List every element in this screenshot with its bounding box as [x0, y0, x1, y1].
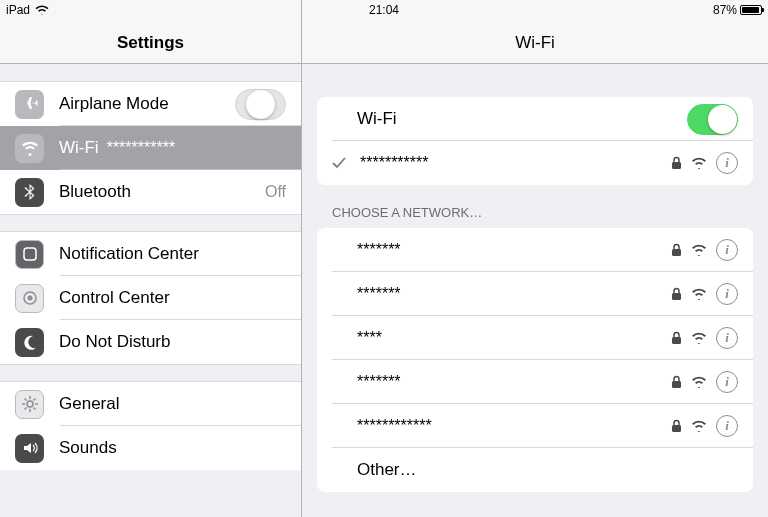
svg-rect-16 — [672, 381, 681, 388]
svg-rect-14 — [672, 293, 681, 300]
info-button[interactable]: i — [716, 371, 738, 393]
network-row[interactable]: ******* i — [317, 272, 753, 316]
airplane-icon — [15, 90, 44, 119]
other-network-row[interactable]: Other… — [317, 448, 753, 492]
bluetooth-value: Off — [265, 183, 286, 201]
network-name: **** — [357, 329, 382, 347]
lock-icon — [671, 156, 682, 170]
svg-point-2 — [27, 296, 32, 301]
network-name: ******* — [357, 373, 401, 391]
info-button[interactable]: i — [716, 239, 738, 261]
choose-network-header: Choose a Network… — [302, 185, 768, 228]
network-name: ******* — [357, 285, 401, 303]
svg-rect-17 — [672, 425, 681, 432]
gear-icon — [15, 390, 44, 419]
networks-card: ******* i ******* i — [317, 228, 753, 492]
wifi-signal-icon — [691, 288, 707, 300]
info-button[interactable]: i — [716, 327, 738, 349]
svg-rect-15 — [672, 337, 681, 344]
battery-icon — [740, 5, 762, 15]
sidebar-item-label: Bluetooth — [59, 182, 131, 202]
sidebar-item-wifi[interactable]: Wi-Fi *********** — [0, 126, 301, 170]
network-row[interactable]: **** i — [317, 316, 753, 360]
sidebar-item-label: Notification Center — [59, 244, 199, 264]
other-label: Other… — [357, 460, 417, 480]
wifi-signal-icon — [691, 332, 707, 344]
lock-icon — [671, 331, 682, 345]
lock-icon — [671, 243, 682, 257]
wifi-signal-icon — [691, 376, 707, 388]
network-row[interactable]: ******* i — [317, 360, 753, 404]
sidebar-item-label: Do Not Disturb — [59, 332, 170, 352]
wifi-signal-icon — [691, 420, 707, 432]
svg-line-8 — [24, 399, 26, 401]
sidebar-wifi-network: *********** — [107, 139, 176, 157]
network-row[interactable]: ************ i — [317, 404, 753, 448]
lock-icon — [671, 419, 682, 433]
detail-pane: Wi-Fi Wi-Fi *********** i Choos — [302, 0, 768, 517]
wifi-main-label: Wi-Fi — [357, 109, 397, 129]
sidebar-item-do-not-disturb[interactable]: Do Not Disturb — [0, 320, 301, 364]
network-name: ******* — [357, 241, 401, 259]
network-name: ************ — [357, 417, 432, 435]
sidebar-item-control-center[interactable]: Control Center — [0, 276, 301, 320]
svg-rect-12 — [672, 162, 681, 169]
info-button[interactable]: i — [716, 415, 738, 437]
svg-rect-0 — [24, 248, 36, 260]
svg-point-3 — [27, 401, 33, 407]
wifi-toggle[interactable] — [687, 104, 738, 135]
wifi-signal-icon — [691, 244, 707, 256]
sidebar-item-label: Control Center — [59, 288, 170, 308]
settings-sidebar: Settings Airplane Mode Wi-Fi ***********… — [0, 0, 302, 517]
speaker-icon — [15, 434, 44, 463]
lock-icon — [671, 287, 682, 301]
sidebar-item-bluetooth[interactable]: Bluetooth Off — [0, 170, 301, 214]
status-bar: iPad 21:04 87% — [0, 0, 768, 20]
sidebar-item-general[interactable]: General — [0, 382, 301, 426]
wifi-signal-icon — [691, 157, 707, 169]
network-row[interactable]: ******* i — [317, 228, 753, 272]
control-center-icon — [15, 284, 44, 313]
svg-line-11 — [24, 408, 26, 410]
svg-rect-13 — [672, 249, 681, 256]
bluetooth-icon — [15, 178, 44, 207]
info-button[interactable]: i — [716, 152, 738, 174]
airplane-toggle[interactable] — [235, 89, 286, 120]
sidebar-item-label: Airplane Mode — [59, 94, 169, 114]
sidebar-item-label: General — [59, 394, 119, 414]
moon-icon — [15, 328, 44, 357]
notification-icon — [15, 240, 44, 269]
sidebar-item-label: Wi-Fi — [59, 138, 99, 158]
info-button[interactable]: i — [716, 283, 738, 305]
wifi-toggle-row[interactable]: Wi-Fi — [317, 97, 753, 141]
wifi-main-card: Wi-Fi *********** i — [317, 97, 753, 185]
connected-network-name: *********** — [360, 154, 429, 172]
sidebar-item-airplane-mode[interactable]: Airplane Mode — [0, 82, 301, 126]
svg-line-10 — [33, 399, 35, 401]
sidebar-item-sounds[interactable]: Sounds — [0, 426, 301, 470]
checkmark-icon — [332, 157, 352, 169]
sidebar-item-notification-center[interactable]: Notification Center — [0, 232, 301, 276]
sidebar-item-label: Sounds — [59, 438, 117, 458]
split-view: Settings Airplane Mode Wi-Fi ***********… — [0, 0, 768, 517]
connected-network-row[interactable]: *********** i — [317, 141, 753, 185]
wifi-icon — [15, 134, 44, 163]
lock-icon — [671, 375, 682, 389]
clock: 21:04 — [0, 3, 768, 17]
svg-line-9 — [33, 408, 35, 410]
